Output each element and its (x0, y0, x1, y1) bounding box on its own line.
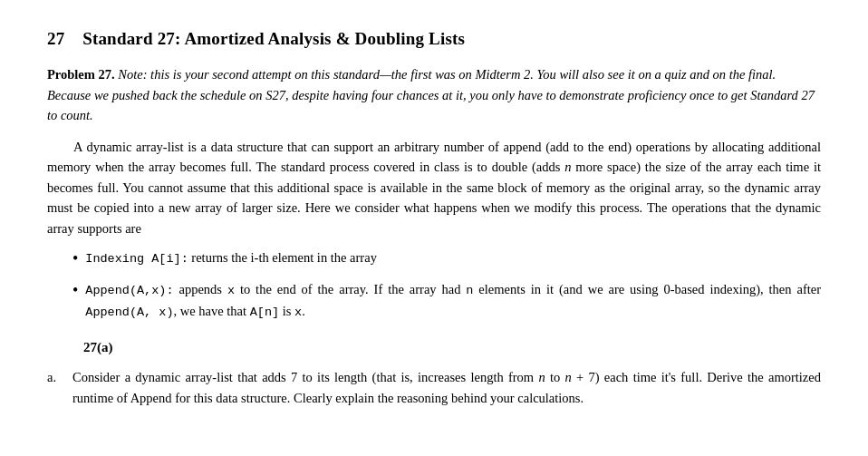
section-text: Standard 27: Amortized Analysis & Doubli… (82, 29, 465, 48)
list-item: • Append(A,x): appends x to the end of t… (72, 279, 821, 323)
append-call-code: Append(A, x) (85, 306, 173, 319)
section-title: 27 Standard 27: Amortized Analysis & Dou… (47, 25, 821, 52)
section-number: 27 (47, 29, 64, 48)
problem-label: Problem 27. (47, 67, 115, 82)
append-code: Append(A,x): (85, 284, 173, 297)
subsection-title: 27(a) (83, 337, 821, 358)
bullet-content-1: Indexing A[i]: returns the i-th element … (85, 247, 821, 269)
x2-code: x (294, 306, 302, 319)
list-item: • Indexing A[i]: returns the i-th elemen… (72, 247, 821, 270)
bullet-list: • Indexing A[i]: returns the i-th elemen… (72, 247, 821, 323)
page: 27 Standard 27: Amortized Analysis & Dou… (0, 0, 868, 456)
bullet-dot-2: • (72, 279, 78, 302)
An-code: A[n] (250, 306, 279, 319)
problem-block: Problem 27. Note: this is your second at… (47, 64, 821, 125)
part-a-block: a. Consider a dynamic array-list that ad… (47, 367, 821, 408)
part-a-content: Consider a dynamic array-list that adds … (72, 367, 821, 408)
bullet-dot-1: • (72, 247, 78, 270)
n-code: n (466, 284, 473, 297)
bullet-content-2: Append(A,x): appends x to the end of the… (85, 279, 821, 323)
body-paragraph-1: A dynamic array-list is a data structure… (47, 137, 821, 238)
problem-note: Note: this is your second attempt on thi… (47, 67, 815, 122)
indexing-code: Indexing A[i]: (85, 252, 188, 266)
part-a-label: a. (47, 367, 67, 387)
x-code: x (227, 284, 235, 297)
